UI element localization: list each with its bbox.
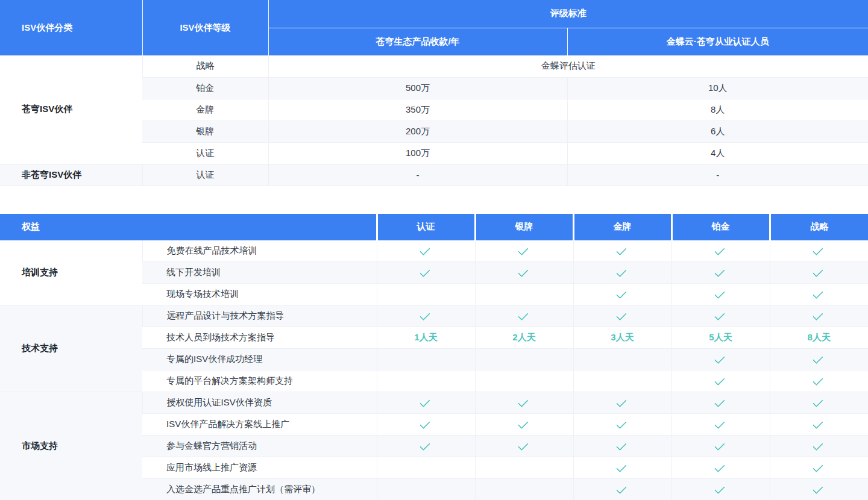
benefit-name: 授权使用认证ISV伙伴资质: [142, 392, 377, 414]
check-cell: [573, 284, 671, 305]
check-cell: [770, 240, 868, 262]
level-cell: 铂金: [142, 77, 268, 99]
check-icon: [518, 397, 529, 408]
check-cell: [573, 436, 671, 457]
check-cell: [770, 370, 868, 392]
check-cell: [475, 262, 573, 284]
check-cell: [770, 262, 868, 284]
staff-cell: 8人: [567, 99, 868, 120]
check-cell: [671, 349, 770, 370]
check-icon: [714, 267, 725, 278]
check-cell: [377, 305, 475, 327]
check-icon: [714, 354, 725, 364]
benefit-name: 免费在线产品技术培训: [142, 240, 377, 262]
check-cell: [573, 305, 671, 327]
staff-cell: 6人: [567, 120, 868, 142]
check-cell: [770, 479, 868, 500]
check-icon: [420, 397, 430, 408]
empty-cell: [475, 479, 573, 500]
empty-cell: [377, 284, 475, 305]
check-icon: [813, 462, 823, 473]
check-cell: [671, 414, 770, 436]
check-cell: [475, 392, 573, 414]
benefit-row: 市场支持授权使用认证ISV伙伴资质: [0, 392, 868, 414]
value-cell: 5人天: [671, 327, 770, 349]
empty-cell: [475, 370, 573, 392]
partner-category-label: 非苍穹ISV伙伴: [0, 164, 142, 186]
check-icon: [616, 462, 627, 473]
check-icon: [616, 267, 627, 278]
header-level-silver: 银牌: [475, 214, 573, 240]
level-cell: 认证: [142, 142, 268, 164]
check-icon: [813, 267, 823, 278]
value-cell: 3人天: [573, 327, 671, 349]
check-cell: [573, 479, 671, 500]
header-rating-standard: 评级标准: [268, 0, 868, 28]
empty-cell: [475, 349, 573, 370]
benefit-name: 现场专场技术培训: [142, 284, 377, 305]
check-icon: [420, 245, 430, 255]
check-icon: [518, 245, 529, 255]
benefit-name: 入选金选产品重点推广计划（需评审）: [142, 479, 377, 500]
benefits-table: 权益 认证 银牌 金牌 铂金 战略 培训支持免费在线产品技术培训线下开发培训现场…: [0, 214, 868, 500]
check-icon: [813, 484, 823, 495]
staff-cell: 4人: [567, 142, 868, 164]
check-cell: [377, 436, 475, 457]
benefit-row: 技术支持远程产品设计与技术方案指导: [0, 305, 868, 327]
check-icon: [714, 419, 725, 430]
level-cell: 战略: [142, 55, 268, 77]
check-icon: [616, 440, 627, 451]
check-icon: [813, 397, 823, 408]
staff-cell: 10人: [567, 77, 868, 99]
check-cell: [573, 457, 671, 479]
check-icon: [714, 462, 725, 473]
value-cell: 1人天: [377, 327, 475, 349]
header-benefit: 权益: [0, 214, 377, 240]
empty-cell: [377, 370, 475, 392]
value-cell: 2人天: [475, 327, 573, 349]
check-icon: [518, 310, 529, 321]
check-cell: [770, 436, 868, 457]
table-row: 非苍穹ISV伙伴 认证 - -: [0, 164, 868, 186]
check-icon: [714, 484, 725, 495]
check-icon: [714, 289, 725, 299]
partner-category-label: 苍穹ISV伙伴: [0, 55, 142, 164]
benefit-group-label: 培训支持: [0, 240, 142, 305]
check-cell: [671, 479, 770, 500]
check-icon: [813, 289, 823, 299]
check-cell: [671, 370, 770, 392]
check-icon: [813, 419, 823, 430]
rating-standards-table: ISV伙伴分类 ISV伙伴等级 评级标准 苍穹生态产品收款/年 金蝶云·苍穹从业…: [0, 0, 868, 186]
empty-cell: [475, 284, 573, 305]
header-revenue: 苍穹生态产品收款/年: [268, 28, 567, 55]
check-icon: [518, 267, 529, 278]
check-cell: [671, 240, 770, 262]
header-certified-staff: 金蝶云·苍穹从业认证人员: [567, 28, 868, 55]
revenue-cell: 350万: [268, 99, 567, 120]
check-icon: [714, 245, 725, 255]
benefit-name: 远程产品设计与技术方案指导: [142, 305, 377, 327]
check-cell: [770, 349, 868, 370]
check-cell: [377, 262, 475, 284]
check-cell: [770, 305, 868, 327]
check-icon: [420, 310, 430, 321]
empty-cell: [377, 479, 475, 500]
benefit-name: ISV伙伴产品解决方案线上推广: [142, 414, 377, 436]
check-cell: [770, 414, 868, 436]
check-cell: [573, 240, 671, 262]
benefit-name: 专属的平台解决方案架构师支持: [142, 370, 377, 392]
empty-cell: [377, 349, 475, 370]
staff-cell: -: [567, 164, 868, 186]
empty-cell: [573, 349, 671, 370]
revenue-cell: -: [268, 164, 567, 186]
check-cell: [573, 392, 671, 414]
check-icon: [714, 397, 725, 408]
level-cell: 银牌: [142, 120, 268, 142]
check-cell: [770, 284, 868, 305]
revenue-cell: 500万: [268, 77, 567, 99]
benefit-group-label: 市场支持: [0, 392, 142, 500]
empty-cell: [377, 457, 475, 479]
header-partner-level: ISV伙伴等级: [142, 0, 268, 55]
check-cell: [475, 305, 573, 327]
header-level-strategic: 战略: [770, 214, 868, 240]
